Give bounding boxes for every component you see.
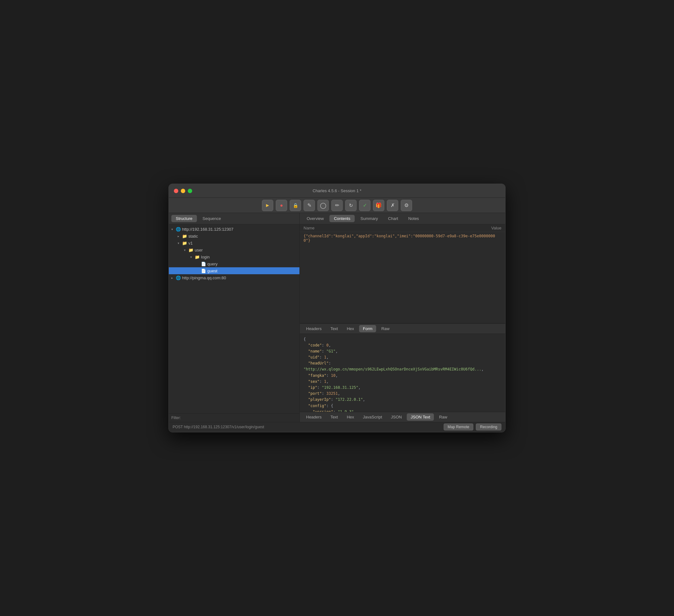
main-window: Charles 4.5.6 - Session 1 * ► ● 🔒 ✎ ◯ ✏ …: [168, 184, 505, 432]
filter-bar: Filter:: [169, 413, 300, 422]
right-panel-tabs: Overview Contents Summary Chart Notes: [300, 213, 505, 224]
tab-contents[interactable]: Contents: [329, 215, 355, 222]
tab-raw[interactable]: Raw: [377, 325, 393, 332]
response-tabs: Headers Text Hex JavaScript JSON JSON Te…: [300, 412, 505, 422]
tab-resp-hex[interactable]: Hex: [343, 413, 358, 421]
tab-notes[interactable]: Notes: [404, 215, 424, 222]
status-path: POST http://192.168.31.125:12307/v1/user…: [173, 425, 264, 429]
arrow-tool-button[interactable]: ►: [262, 200, 273, 211]
folder-icon: 📁: [182, 234, 187, 238]
tab-overview[interactable]: Overview: [302, 215, 328, 222]
request-tabs: Headers Text Hex Form Raw: [300, 323, 505, 334]
title-bar: Charles 4.5.6 - Session 1 *: [169, 184, 505, 198]
record-button[interactable]: ●: [276, 200, 287, 211]
contents-row: {"channelId":"konglai","appId":"konglai"…: [304, 233, 501, 243]
tree-item-query[interactable]: ▸ 📄 query: [169, 261, 300, 267]
contents-json-value: {"channelId":"konglai","appId":"konglai"…: [304, 234, 501, 243]
tab-chart[interactable]: Chart: [384, 215, 403, 222]
chevron-down-icon: ▾: [190, 255, 195, 259]
json-area: { "code": 0, "name": "G1", "uid": 1, "he…: [300, 334, 505, 412]
map-button[interactable]: ✗: [387, 200, 398, 211]
toolbar: ► ● 🔒 ✎ ◯ ✏ ↻ ✓ 🎁 ✗ ⚙: [169, 198, 505, 213]
circle-button[interactable]: ◯: [317, 200, 329, 211]
pencil-button[interactable]: ✏: [331, 200, 343, 211]
gift-button[interactable]: 🎁: [373, 200, 384, 211]
globe-icon: 🌐: [176, 227, 181, 232]
status-bar: POST http://192.168.31.125:12307/v1/user…: [169, 422, 505, 432]
tree-item-host2[interactable]: ▸ 🌐 http://pingma.qq.com:80: [169, 274, 300, 281]
tab-sequence[interactable]: Sequence: [198, 215, 226, 222]
tab-summary[interactable]: Summary: [356, 215, 382, 222]
contents-header: Name Value: [300, 224, 505, 232]
json-line: "config": {: [304, 403, 501, 409]
json-line: "port": 33251,: [304, 391, 501, 397]
check-button[interactable]: ✓: [359, 200, 370, 211]
json-line: "sex": 1,: [304, 379, 501, 385]
json-line: "ip": "192.168.31.125",: [304, 385, 501, 391]
pen-button[interactable]: ✎: [304, 200, 315, 211]
left-panel: Structure Sequence ▾ 🌐 http://192.168.31…: [169, 213, 300, 422]
file-icon: 📄: [201, 262, 206, 266]
tab-resp-raw[interactable]: Raw: [435, 413, 451, 421]
tab-resp-json[interactable]: JSON: [387, 413, 406, 421]
tree-item-label: user: [195, 248, 203, 252]
ssl-button[interactable]: 🔒: [290, 200, 301, 211]
json-line: "uid": 1,: [304, 354, 501, 361]
folder-icon: 📁: [195, 255, 200, 260]
chevron-down-icon: ▾: [171, 227, 176, 231]
chevron-down-icon: ▾: [178, 241, 182, 245]
json-line: "name": "G1",: [304, 348, 501, 354]
tab-resp-json-text[interactable]: JSON Text: [407, 413, 434, 421]
folder-icon: 📁: [182, 241, 187, 245]
tree-item-v1[interactable]: ▾ 📁 v1: [169, 239, 300, 246]
tree-item-guest[interactable]: ▸ 📄 guest: [169, 267, 300, 274]
tree-view: ▾ 🌐 http://192.168.31.125:12307 ▸ 📁 stat…: [169, 224, 300, 413]
response-section: Name Value {"channelId":"konglai","appId…: [300, 224, 505, 323]
minimize-button[interactable]: [181, 189, 185, 193]
json-line: "version": "1.9.3",: [304, 409, 501, 412]
json-line: {: [304, 336, 501, 342]
tab-resp-text[interactable]: Text: [327, 413, 342, 421]
tree-item-static[interactable]: ▸ 📁 static: [169, 232, 300, 239]
tree-item-user[interactable]: ▾ 📁 user: [169, 246, 300, 253]
tab-resp-javascript[interactable]: JavaScript: [359, 413, 386, 421]
left-panel-tabs: Structure Sequence: [169, 213, 300, 224]
tree-item-label: query: [207, 262, 218, 266]
window-title: Charles 4.5.6 - Session 1 *: [313, 188, 362, 193]
folder-icon: 📁: [188, 248, 194, 252]
tree-item-label: guest: [207, 269, 217, 273]
tab-text[interactable]: Text: [327, 325, 342, 332]
tree-item-label: http://pingma.qq.com:80: [182, 276, 226, 280]
map-remote-button[interactable]: Map Remote: [444, 423, 474, 430]
close-button[interactable]: [174, 189, 178, 193]
json-line: "fangka": 10,: [304, 373, 501, 379]
value-column-header: Value: [476, 226, 501, 230]
tab-form[interactable]: Form: [359, 325, 376, 332]
recording-button[interactable]: Recording: [476, 423, 501, 430]
json-line: "playerIp": "172.22.0.1",: [304, 397, 501, 403]
maximize-button[interactable]: [188, 189, 192, 193]
tree-item-label: static: [188, 234, 198, 238]
right-content: Name Value {"channelId":"konglai","appId…: [300, 224, 505, 422]
main-layout: Structure Sequence ▾ 🌐 http://192.168.31…: [169, 213, 505, 422]
name-column-header: Name: [304, 226, 476, 230]
refresh-button[interactable]: ↻: [345, 200, 357, 211]
tree-item-label: http://192.168.31.125:12307: [182, 227, 233, 232]
tree-item-host1[interactable]: ▾ 🌐 http://192.168.31.125:12307: [169, 226, 300, 232]
contents-area: {"channelId":"konglai","appId":"konglai"…: [300, 232, 505, 323]
tree-item-login[interactable]: ▾ 📁 login: [169, 253, 300, 261]
traffic-lights: [174, 189, 192, 193]
chevron-right-icon: ▸: [171, 276, 176, 280]
request-section: Headers Text Hex Form Raw { "code": 0, "…: [300, 323, 505, 422]
tree-item-label: login: [201, 255, 210, 260]
json-line: "headUrl": "http://wx.qlogo.cn/mmopen/s9…: [304, 361, 501, 373]
tab-structure[interactable]: Structure: [171, 215, 197, 222]
settings-button[interactable]: ⚙: [401, 200, 412, 211]
status-bar-right: Map Remote Recording: [444, 423, 501, 430]
tab-resp-headers[interactable]: Headers: [302, 413, 325, 421]
json-line: "code": 0,: [304, 342, 501, 348]
tab-headers[interactable]: Headers: [302, 325, 325, 332]
tab-hex[interactable]: Hex: [343, 325, 358, 332]
file-icon: 📄: [201, 269, 206, 273]
right-panel: Overview Contents Summary Chart Notes Na…: [300, 213, 505, 422]
